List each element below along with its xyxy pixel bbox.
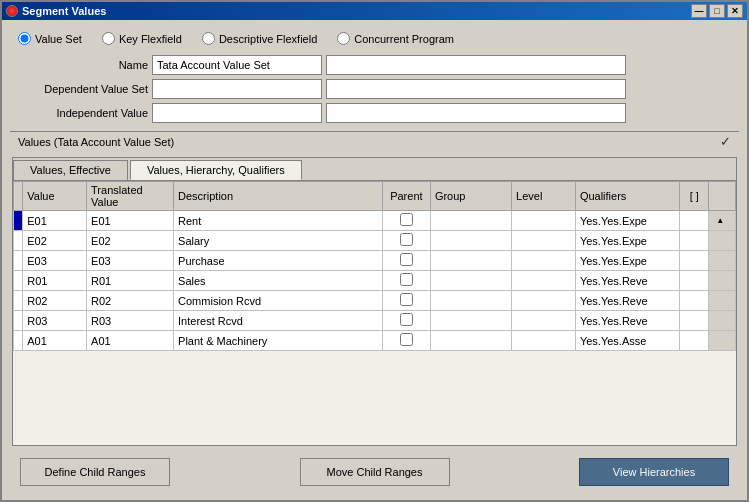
cell-scroll [709, 311, 736, 331]
radio-descriptive-flexfield[interactable]: Descriptive Flexfield [202, 32, 317, 45]
radio-group: Value Set Key Flexfield Descriptive Flex… [10, 28, 739, 49]
radio-key-flexfield[interactable]: Key Flexfield [102, 32, 182, 45]
tabs-area: Values, Effective Values, Hierarchy, Qua… [12, 157, 737, 446]
row-indicator [14, 211, 23, 231]
cell-checkbox[interactable] [382, 231, 430, 251]
table-container: Value TranslatedValue Description Parent… [13, 181, 736, 445]
name-extra-input[interactable] [326, 55, 626, 75]
dependent-label: Dependent Value Set [18, 83, 148, 95]
th-indicator [14, 182, 23, 211]
cell-qualifiers: Yes.Yes.Expe [575, 251, 679, 271]
row-indicator [14, 331, 23, 351]
th-extra: [ ] [680, 182, 709, 211]
table-row: E02E02SalaryYes.Yes.Expe [14, 231, 736, 251]
title-bar-buttons: — □ ✕ [691, 4, 743, 18]
radio-concurrent-program[interactable]: Concurrent Program [337, 32, 454, 45]
cell-level [512, 271, 576, 291]
maximize-button[interactable]: □ [709, 4, 725, 18]
cell-translated: E02 [87, 231, 174, 251]
cell-qualifiers: Yes.Yes.Reve [575, 311, 679, 331]
table-body: E01E01RentYes.Yes.Expe▲E02E02SalaryYes.Y… [14, 211, 736, 351]
cell-value: E03 [23, 251, 87, 271]
cell-description: Sales [174, 271, 383, 291]
checkmark-icon[interactable]: ✓ [720, 134, 731, 149]
th-group: Group [430, 182, 511, 211]
cell-checkbox[interactable] [382, 331, 430, 351]
independent-row: Independent Value [18, 103, 731, 123]
cell-level [512, 291, 576, 311]
form-section: Name Dependent Value Set Independent Val… [10, 55, 739, 123]
cell-scroll [709, 291, 736, 311]
table-header-row: Value TranslatedValue Description Parent… [14, 182, 736, 211]
tab-effective[interactable]: Values, Effective [13, 160, 128, 180]
view-hierarchies-button[interactable]: View Hierarchies [579, 458, 729, 486]
cell-level [512, 211, 576, 231]
radio-descriptive-flexfield-label: Descriptive Flexfield [219, 33, 317, 45]
th-translated: TranslatedValue [87, 182, 174, 211]
window-title: Segment Values [22, 5, 106, 17]
window-icon [6, 5, 18, 17]
cell-group [430, 211, 511, 231]
radio-concurrent-program-label: Concurrent Program [354, 33, 454, 45]
cell-group [430, 271, 511, 291]
cell-group [430, 251, 511, 271]
radio-value-set-label: Value Set [35, 33, 82, 45]
move-child-ranges-button[interactable]: Move Child Ranges [300, 458, 450, 486]
cell-checkbox[interactable] [382, 291, 430, 311]
cell-description: Interest Rcvd [174, 311, 383, 331]
cell-description: Commision Rcvd [174, 291, 383, 311]
dependent-extra-input[interactable] [326, 79, 626, 99]
title-bar: Segment Values — □ ✕ [2, 2, 747, 20]
cell-checkbox[interactable] [382, 271, 430, 291]
cell-translated: E03 [87, 251, 174, 271]
main-window: Segment Values — □ ✕ Value Set Key Flexf… [0, 0, 749, 502]
cell-checkbox[interactable] [382, 211, 430, 231]
cell-group [430, 231, 511, 251]
tab-bar: Values, Effective Values, Hierarchy, Qua… [13, 158, 736, 181]
close-button[interactable]: ✕ [727, 4, 743, 18]
cell-value: R02 [23, 291, 87, 311]
cell-checkbox[interactable] [382, 251, 430, 271]
cell-group [430, 311, 511, 331]
th-level: Level [512, 182, 576, 211]
cell-level [512, 331, 576, 351]
radio-key-flexfield-label: Key Flexfield [119, 33, 182, 45]
table-row: R02R02Commision RcvdYes.Yes.Reve [14, 291, 736, 311]
section-title: Values (Tata Account Value Set) [18, 136, 174, 148]
cell-extra [680, 271, 709, 291]
cell-translated: A01 [87, 331, 174, 351]
cell-qualifiers: Yes.Yes.Reve [575, 271, 679, 291]
bottom-buttons: Define Child Ranges Move Child Ranges Vi… [10, 452, 739, 492]
row-indicator [14, 291, 23, 311]
cell-extra [680, 331, 709, 351]
cell-value: E01 [23, 211, 87, 231]
tab-hierarchy[interactable]: Values, Hierarchy, Qualifiers [130, 160, 302, 180]
row-indicator [14, 311, 23, 331]
cell-qualifiers: Yes.Yes.Reve [575, 291, 679, 311]
radio-value-set[interactable]: Value Set [18, 32, 82, 45]
name-input[interactable] [152, 55, 322, 75]
define-child-ranges-button[interactable]: Define Child Ranges [20, 458, 170, 486]
values-table: Value TranslatedValue Description Parent… [13, 181, 736, 351]
cell-checkbox[interactable] [382, 311, 430, 331]
th-scroll [709, 182, 736, 211]
independent-input[interactable] [152, 103, 322, 123]
cell-scroll [709, 331, 736, 351]
cell-qualifiers: Yes.Yes.Expe [575, 231, 679, 251]
th-value: Value [23, 182, 87, 211]
cell-description: Salary [174, 231, 383, 251]
th-qualifiers: Qualifiers [575, 182, 679, 211]
name-label: Name [18, 59, 148, 71]
name-row: Name [18, 55, 731, 75]
row-indicator [14, 271, 23, 291]
independent-extra-input[interactable] [326, 103, 626, 123]
cell-value: E02 [23, 231, 87, 251]
cell-extra [680, 251, 709, 271]
dependent-input[interactable] [152, 79, 322, 99]
cell-description: Rent [174, 211, 383, 231]
cell-translated: R02 [87, 291, 174, 311]
table-row: R01R01SalesYes.Yes.Reve [14, 271, 736, 291]
minimize-button[interactable]: — [691, 4, 707, 18]
row-indicator [14, 251, 23, 271]
cell-extra [680, 291, 709, 311]
